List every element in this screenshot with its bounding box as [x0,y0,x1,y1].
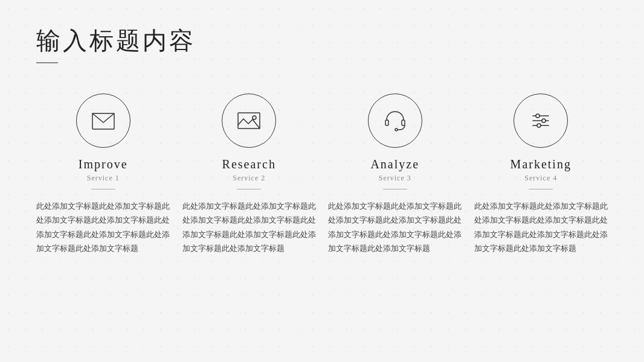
analyze-service-text: 此处添加文字标题此处添加文字标题此处添加文字标题此处添加文字标题此处添加文字标题… [328,199,462,256]
svg-rect-4 [402,120,405,125]
service-item-research: Research Service 2 此处添加文字标题此处添加文字标题此处添加文… [182,94,317,256]
svg-point-5 [395,129,398,131]
sliders-icon [527,107,555,135]
services-row: Improve Service 1 此处添加文字标题此处添加文字标题此处添加文字… [36,94,608,256]
headset-icon [381,107,409,135]
improve-icon-circle [76,94,130,148]
improve-divider [91,189,115,189]
title-section: 输入标题内容 [36,24,608,63]
research-service-name: Research [222,157,276,171]
mail-icon [89,107,117,135]
svg-point-9 [536,114,539,118]
image-icon [235,107,263,135]
analyze-divider [383,189,407,189]
service-item-improve: Improve Service 1 此处添加文字标题此处添加文字标题此处添加文字… [36,94,170,256]
svg-point-11 [537,124,541,127]
main-page: 输入标题内容 Improve Service 1 此处添加文字标题此处添加文字标… [0,0,644,280]
marketing-service-text: 此处添加文字标题此处添加文字标题此处添加文字标题此处添加文字标题此处添加文字标题… [474,199,608,256]
improve-service-name: Improve [79,157,128,171]
analyze-icon-circle [368,94,422,148]
marketing-icon-circle [514,94,568,148]
marketing-divider [529,189,553,189]
service-item-analyze: Analyze Service 3 此处添加文字标题此处添加文字标题此处添加文字… [328,94,462,256]
svg-rect-3 [385,120,388,125]
improve-service-label: Service 1 [87,174,120,183]
service-item-marketing: Marketing Service 4 此处添加文字标题此处添加文字标题此处添加… [474,94,608,256]
improve-service-text: 此处添加文字标题此处添加文字标题此处添加文字标题此处添加文字标题此处添加文字标题… [36,199,170,256]
analyze-service-name: Analyze [370,157,419,171]
marketing-service-name: Marketing [510,157,572,171]
research-icon-circle [222,94,276,148]
title-underline [36,62,58,63]
page-title: 输入标题内容 [36,24,608,57]
research-service-label: Service 2 [233,174,265,183]
research-service-text: 此处添加文字标题此处添加文字标题此处添加文字标题此处添加文字标题此处添加文字标题… [182,199,317,256]
marketing-service-label: Service 4 [524,174,557,183]
svg-point-2 [253,116,256,119]
research-divider [237,189,261,189]
svg-point-10 [542,119,546,122]
analyze-service-label: Service 3 [379,174,411,183]
